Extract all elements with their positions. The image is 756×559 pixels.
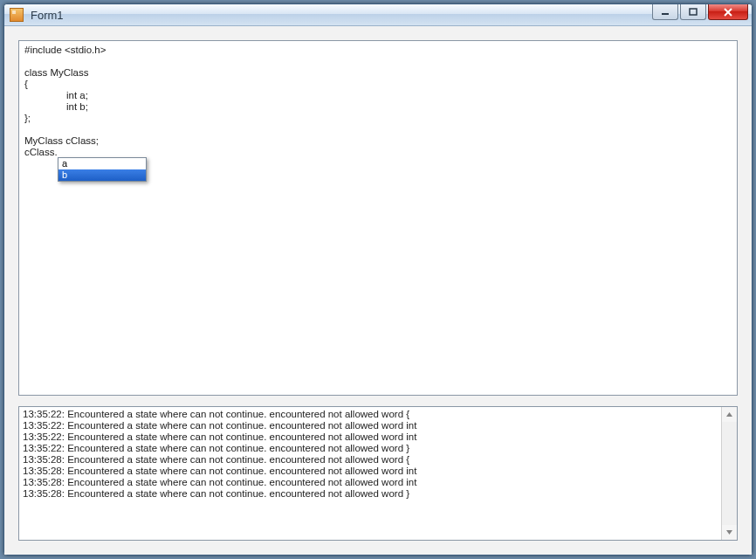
log-line: 13:35:22: Encountered a state where can … xyxy=(23,409,718,420)
autocomplete-item[interactable]: b xyxy=(58,169,146,181)
log-line: 13:35:28: Encountered a state where can … xyxy=(23,466,718,477)
log-line: 13:35:28: Encountered a state where can … xyxy=(23,488,718,500)
code-line: class MyClass xyxy=(24,67,732,79)
app-icon xyxy=(10,8,24,22)
code-editor[interactable]: #include <stdio.h> class MyClass{int a;i… xyxy=(18,40,738,396)
svg-marker-5 xyxy=(726,530,732,535)
titlebar[interactable]: Form1 xyxy=(4,4,752,26)
close-icon xyxy=(723,8,733,17)
svg-rect-0 xyxy=(662,13,669,15)
autocomplete-popup[interactable]: ab xyxy=(58,157,147,182)
code-line: { xyxy=(24,79,732,90)
code-line: int a; xyxy=(24,90,732,101)
log-line: 13:35:22: Encountered a state where can … xyxy=(23,443,718,454)
log-line: 13:35:28: Encountered a state where can … xyxy=(23,477,718,488)
autocomplete-item[interactable]: a xyxy=(58,158,146,169)
code-line: MyClass cClass; xyxy=(24,135,732,147)
chevron-up-icon xyxy=(725,411,733,418)
log-line: 13:35:28: Encountered a state where can … xyxy=(23,454,718,466)
code-line xyxy=(24,56,732,67)
code-line: #include <stdio.h> xyxy=(24,45,732,56)
log-line: 13:35:22: Encountered a state where can … xyxy=(23,431,718,443)
app-window: Form1 #include <stdio.h> class MyClass{i… xyxy=(3,3,753,556)
client-area: #include <stdio.h> class MyClass{int a;i… xyxy=(4,26,752,555)
code-line xyxy=(24,124,732,135)
code-line: int b; xyxy=(24,101,732,113)
window-title: Form1 xyxy=(29,9,652,22)
scrollbar-track[interactable] xyxy=(722,422,737,525)
maximize-button[interactable] xyxy=(680,4,706,20)
code-line: }; xyxy=(24,113,732,124)
window-controls xyxy=(652,4,752,25)
maximize-icon xyxy=(689,8,698,17)
log-content[interactable]: 13:35:22: Encountered a state where can … xyxy=(19,407,721,540)
svg-marker-4 xyxy=(726,412,732,417)
close-button[interactable] xyxy=(708,4,748,20)
scroll-down-button[interactable] xyxy=(722,525,737,540)
log-line: 13:35:22: Encountered a state where can … xyxy=(23,420,718,431)
minimize-button[interactable] xyxy=(652,4,678,20)
scroll-up-button[interactable] xyxy=(722,407,737,422)
chevron-down-icon xyxy=(725,528,733,536)
svg-rect-1 xyxy=(690,9,697,15)
code-content[interactable]: #include <stdio.h> class MyClass{int a;i… xyxy=(19,41,737,395)
log-scrollbar[interactable] xyxy=(721,407,737,540)
log-panel: 13:35:22: Encountered a state where can … xyxy=(18,406,738,541)
minimize-icon xyxy=(661,8,670,17)
